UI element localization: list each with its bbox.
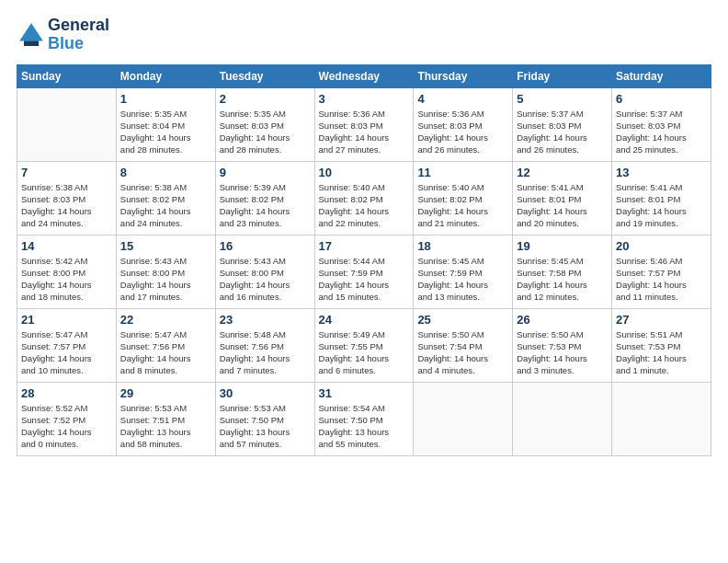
weekday-header-monday: Monday: [116, 64, 215, 87]
weekday-header-wednesday: Wednesday: [314, 64, 414, 87]
day-info: Sunrise: 5:47 AM Sunset: 7:57 PM Dayligh…: [21, 328, 112, 377]
day-cell: 6Sunrise: 5:37 AM Sunset: 8:03 PM Daylig…: [612, 87, 711, 161]
day-info: Sunrise: 5:41 AM Sunset: 8:01 PM Dayligh…: [616, 181, 707, 230]
day-cell: 30Sunrise: 5:53 AM Sunset: 7:50 PM Dayli…: [215, 382, 314, 455]
weekday-header-tuesday: Tuesday: [215, 64, 314, 87]
day-cell: [414, 382, 513, 455]
day-cell: 27Sunrise: 5:51 AM Sunset: 7:53 PM Dayli…: [612, 308, 711, 382]
day-cell: 20Sunrise: 5:46 AM Sunset: 7:57 PM Dayli…: [612, 235, 711, 308]
day-number: 1: [120, 92, 211, 106]
day-cell: 31Sunrise: 5:54 AM Sunset: 7:50 PM Dayli…: [314, 382, 414, 455]
day-cell: 9Sunrise: 5:39 AM Sunset: 8:02 PM Daylig…: [215, 161, 314, 235]
day-number: 31: [319, 386, 410, 400]
day-info: Sunrise: 5:35 AM Sunset: 8:03 PM Dayligh…: [220, 108, 311, 156]
day-info: Sunrise: 5:52 AM Sunset: 7:52 PM Dayligh…: [21, 402, 112, 451]
day-cell: 4Sunrise: 5:36 AM Sunset: 8:03 PM Daylig…: [414, 87, 513, 161]
day-cell: 12Sunrise: 5:41 AM Sunset: 8:01 PM Dayli…: [513, 161, 612, 235]
page: General Blue SundayMondayTuesdayWednesda…: [0, 0, 728, 465]
day-info: Sunrise: 5:37 AM Sunset: 8:03 PM Dayligh…: [517, 108, 608, 156]
day-number: 13: [616, 166, 707, 179]
week-row-5: 28Sunrise: 5:52 AM Sunset: 7:52 PM Dayli…: [17, 382, 711, 455]
day-number: 6: [616, 92, 707, 106]
day-cell: 1Sunrise: 5:35 AM Sunset: 8:04 PM Daylig…: [116, 87, 215, 161]
day-cell: 19Sunrise: 5:45 AM Sunset: 7:58 PM Dayli…: [513, 235, 612, 308]
day-number: 28: [21, 386, 112, 400]
day-cell: 18Sunrise: 5:45 AM Sunset: 7:59 PM Dayli…: [414, 235, 513, 308]
day-info: Sunrise: 5:41 AM Sunset: 8:01 PM Dayligh…: [517, 181, 608, 230]
calendar-header: SundayMondayTuesdayWednesdayThursdayFrid…: [17, 64, 711, 87]
day-cell: 3Sunrise: 5:36 AM Sunset: 8:03 PM Daylig…: [314, 87, 414, 161]
day-cell: 7Sunrise: 5:38 AM Sunset: 8:03 PM Daylig…: [17, 161, 117, 235]
day-number: 14: [21, 239, 112, 253]
day-cell: 5Sunrise: 5:37 AM Sunset: 8:03 PM Daylig…: [513, 87, 612, 161]
day-number: 16: [220, 239, 311, 253]
day-cell: 17Sunrise: 5:44 AM Sunset: 7:59 PM Dayli…: [314, 235, 414, 308]
logo: General Blue: [17, 17, 109, 53]
day-cell: 22Sunrise: 5:47 AM Sunset: 7:56 PM Dayli…: [116, 308, 215, 382]
day-number: 12: [517, 166, 608, 179]
day-info: Sunrise: 5:46 AM Sunset: 7:57 PM Dayligh…: [616, 255, 707, 304]
day-cell: 16Sunrise: 5:43 AM Sunset: 8:00 PM Dayli…: [215, 235, 314, 308]
day-info: Sunrise: 5:44 AM Sunset: 7:59 PM Dayligh…: [319, 255, 410, 304]
week-row-1: 1Sunrise: 5:35 AM Sunset: 8:04 PM Daylig…: [17, 87, 711, 161]
day-info: Sunrise: 5:54 AM Sunset: 7:50 PM Dayligh…: [319, 402, 410, 451]
day-cell: 10Sunrise: 5:40 AM Sunset: 8:02 PM Dayli…: [314, 161, 414, 235]
day-cell: [17, 87, 117, 161]
day-number: 23: [220, 313, 311, 327]
calendar-table: SundayMondayTuesdayWednesdayThursdayFrid…: [17, 64, 711, 456]
day-info: Sunrise: 5:43 AM Sunset: 8:00 PM Dayligh…: [120, 255, 211, 304]
weekday-header-sunday: Sunday: [17, 64, 117, 87]
day-info: Sunrise: 5:43 AM Sunset: 8:00 PM Dayligh…: [220, 255, 311, 304]
day-cell: 26Sunrise: 5:50 AM Sunset: 7:53 PM Dayli…: [513, 308, 612, 382]
day-cell: 24Sunrise: 5:49 AM Sunset: 7:55 PM Dayli…: [314, 308, 414, 382]
day-info: Sunrise: 5:50 AM Sunset: 7:53 PM Dayligh…: [517, 328, 608, 377]
day-number: 17: [319, 239, 410, 253]
day-info: Sunrise: 5:45 AM Sunset: 7:59 PM Dayligh…: [417, 255, 508, 304]
week-row-2: 7Sunrise: 5:38 AM Sunset: 8:03 PM Daylig…: [17, 161, 711, 235]
day-number: 22: [120, 313, 211, 327]
day-cell: 21Sunrise: 5:47 AM Sunset: 7:57 PM Dayli…: [17, 308, 117, 382]
day-number: 29: [120, 386, 211, 400]
day-number: 11: [417, 166, 508, 179]
calendar-body: 1Sunrise: 5:35 AM Sunset: 8:04 PM Daylig…: [17, 87, 711, 455]
weekday-header-friday: Friday: [513, 64, 612, 87]
day-cell: 8Sunrise: 5:38 AM Sunset: 8:02 PM Daylig…: [116, 161, 215, 235]
day-cell: [612, 382, 711, 455]
day-number: 19: [517, 239, 608, 253]
weekday-header-saturday: Saturday: [612, 64, 711, 87]
day-cell: 29Sunrise: 5:53 AM Sunset: 7:51 PM Dayli…: [116, 382, 215, 455]
day-cell: 28Sunrise: 5:52 AM Sunset: 7:52 PM Dayli…: [17, 382, 117, 455]
day-info: Sunrise: 5:37 AM Sunset: 8:03 PM Dayligh…: [616, 108, 707, 156]
day-number: 27: [616, 313, 707, 327]
day-info: Sunrise: 5:53 AM Sunset: 7:51 PM Dayligh…: [120, 402, 211, 451]
day-info: Sunrise: 5:50 AM Sunset: 7:54 PM Dayligh…: [417, 328, 508, 377]
day-info: Sunrise: 5:36 AM Sunset: 8:03 PM Dayligh…: [417, 108, 508, 156]
week-row-4: 21Sunrise: 5:47 AM Sunset: 7:57 PM Dayli…: [17, 308, 711, 382]
day-number: 20: [616, 239, 707, 253]
day-number: 2: [220, 92, 311, 106]
day-info: Sunrise: 5:36 AM Sunset: 8:03 PM Dayligh…: [319, 108, 410, 156]
day-cell: 2Sunrise: 5:35 AM Sunset: 8:03 PM Daylig…: [215, 87, 314, 161]
day-info: Sunrise: 5:42 AM Sunset: 8:00 PM Dayligh…: [21, 255, 112, 304]
week-row-3: 14Sunrise: 5:42 AM Sunset: 8:00 PM Dayli…: [17, 235, 711, 308]
svg-rect-1: [24, 40, 39, 46]
day-number: 15: [120, 239, 211, 253]
day-number: 10: [319, 166, 410, 179]
logo-text: General Blue: [48, 17, 109, 53]
day-info: Sunrise: 5:53 AM Sunset: 7:50 PM Dayligh…: [220, 402, 311, 451]
day-cell: 23Sunrise: 5:48 AM Sunset: 7:56 PM Dayli…: [215, 308, 314, 382]
day-cell: 15Sunrise: 5:43 AM Sunset: 8:00 PM Dayli…: [116, 235, 215, 308]
day-info: Sunrise: 5:40 AM Sunset: 8:02 PM Dayligh…: [319, 181, 410, 230]
day-number: 21: [21, 313, 112, 327]
day-info: Sunrise: 5:38 AM Sunset: 8:03 PM Dayligh…: [21, 181, 112, 230]
day-cell: 13Sunrise: 5:41 AM Sunset: 8:01 PM Dayli…: [612, 161, 711, 235]
weekday-header-thursday: Thursday: [414, 64, 513, 87]
day-info: Sunrise: 5:35 AM Sunset: 8:04 PM Dayligh…: [120, 108, 211, 156]
day-number: 30: [220, 386, 311, 400]
day-info: Sunrise: 5:49 AM Sunset: 7:55 PM Dayligh…: [319, 328, 410, 377]
day-number: 4: [417, 92, 508, 106]
day-info: Sunrise: 5:45 AM Sunset: 7:58 PM Dayligh…: [517, 255, 608, 304]
day-info: Sunrise: 5:47 AM Sunset: 7:56 PM Dayligh…: [120, 328, 211, 377]
day-cell: 25Sunrise: 5:50 AM Sunset: 7:54 PM Dayli…: [414, 308, 513, 382]
day-info: Sunrise: 5:51 AM Sunset: 7:53 PM Dayligh…: [616, 328, 707, 377]
